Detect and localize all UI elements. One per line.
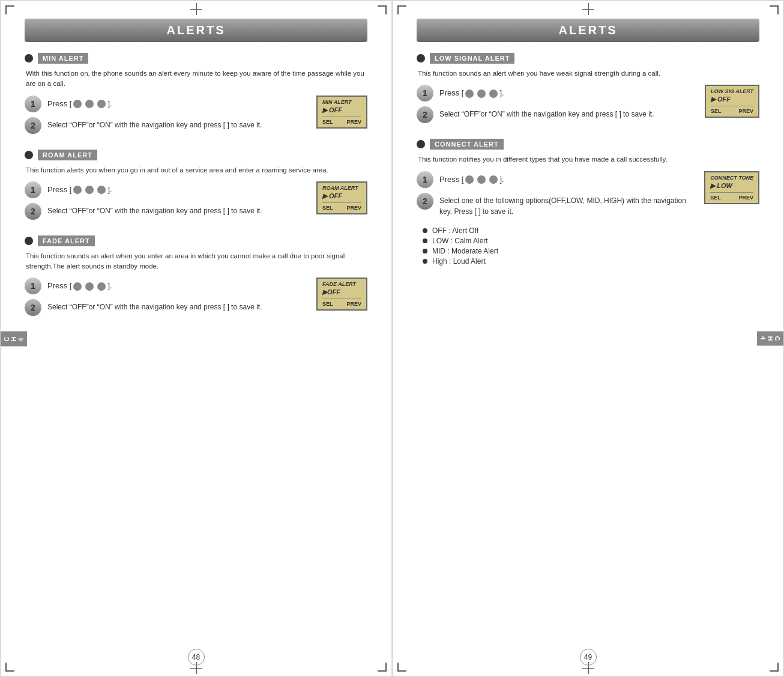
low-signal-step2-circle: 2 [417,106,433,123]
page-number-left: 48 [188,649,205,666]
svg-point-8 [97,282,106,291]
fade-alert-lcd-prev: PREV [346,301,361,307]
connect-bullet-dot-4 [423,259,427,264]
fade-alert-step2-circle: 2 [25,299,41,316]
roam-alert-lcd: ROAM ALERT ▶ OFF SEL PREV [316,181,367,214]
low-signal-lcd-prev: PREV [738,108,753,114]
low-signal-step1: 1 Press []. [417,85,699,102]
connect-alert-lcd-title: CONNECT TONE [710,175,753,181]
page-number-right: 49 [580,649,597,666]
svg-point-4 [85,186,94,194]
connect-alert-step2-text: Select one of the following options(OFF,… [439,193,698,217]
connect-alert-bullets: OFF : Alert Off LOW : Calm Alert MID : M… [417,226,759,266]
connect-alert-title-bar: CONNECT ALERT [417,139,759,150]
roam-alert-step1: 1 Press []. [25,181,310,198]
min-alert-lcd-sel: SEL [322,119,333,125]
connect-alert-lcd-sel: SEL [710,195,721,201]
corner-tl [5,5,14,14]
connect-alert-step1-text: Press []. [439,171,698,186]
roam-alert-lcd-sel: SEL [322,205,333,211]
roam-alert-description: This function alerts you when you go in … [25,165,367,175]
min-alert-step1-row: 1 Press []. 2 Select “OFF”or “ON” with t… [25,96,367,139]
fade-alert-lcd-sel: SEL [322,301,333,307]
roam-alert-step2-circle: 2 [25,203,41,220]
roam-alert-step2: 2 Select “OFF”or “ON” with the navigatio… [25,203,310,220]
fade-alert-lcd-buttons: SEL PREV [322,299,361,307]
roam-alert-lcd-value: ▶ OFF [322,192,361,200]
min-alert-step2-text: Select “OFF”or “ON” with the navigation … [47,117,310,130]
min-alert-step1-text: Press []. [47,96,310,110]
corner-tr [378,5,387,14]
min-alert-lcd-title: MIN ALERT [322,99,361,105]
connect-bullet-1: OFF : Alert Off [423,226,759,235]
page-left: CH4 ALERTS MIN ALERT With this function … [0,0,392,677]
corner-br-right [770,663,779,672]
min-alert-section: MIN ALERT With this function on, the pho… [25,53,367,139]
low-signal-step1-circle: 1 [417,85,433,102]
connect-alert-step1-row: 1 Press []. 2 Select one of the followin… [417,171,759,222]
roam-alert-lcd-title: ROAM ALERT [322,185,361,191]
min-alert-step2-circle: 2 [25,117,41,134]
low-signal-alert-title: LOW SIGNAL ALERT [430,53,514,64]
corner-br [378,663,387,672]
connect-alert-lcd-prev: PREV [738,195,753,201]
page-right: CH4 ALERTS LOW SIGNAL ALERT This functio… [392,0,784,677]
min-alert-dot [25,54,33,62]
min-alert-lcd-buttons: SEL PREV [322,117,361,125]
low-signal-alert-section: LOW SIGNAL ALERT This function sounds an… [417,53,759,128]
low-signal-lcd: LOW SIG ALERT ▶ OFF SEL PREV [705,85,759,118]
fade-alert-step1: 1 Press []. [25,278,310,294]
min-alert-title-bar: MIN ALERT [25,53,367,64]
left-page-header: ALERTS [25,19,367,42]
fade-alert-step1-circle: 1 [25,278,41,294]
ch4-tab-right: CH4 [757,331,783,346]
fade-alert-section: FADE ALERT This function sounds an alert… [25,235,367,321]
connect-alert-lcd-buttons: SEL PREV [710,192,753,201]
fade-alert-step2: 2 Select “OFF”or “ON” with the navigatio… [25,299,310,316]
corner-tl-right [397,5,406,14]
fade-alert-description: This function sounds an alert when you e… [25,251,367,272]
right-page-header: ALERTS [417,19,759,42]
crosshair-top-left [190,3,202,15]
fade-alert-step1-row: 1 Press []. 2 Select “OFF”or “ON” with t… [25,278,367,321]
svg-point-2 [97,100,106,108]
ch4-tab-left: CH4 [1,331,27,346]
fade-alert-title-bar: FADE ALERT [25,235,367,246]
fade-alert-lcd-value: ▶OFF [322,288,361,296]
roam-alert-step1-text: Press []. [47,181,310,196]
svg-point-11 [489,90,498,98]
connect-alert-lcd-value: ▶ LOW [710,182,753,190]
roam-alert-title: ROAM ALERT [38,150,97,160]
min-alert-title: MIN ALERT [38,53,88,64]
low-signal-lcd-value: ▶ OFF [711,96,753,103]
connect-bullet-dot-1 [423,228,427,233]
connect-alert-lcd: CONNECT TONE ▶ LOW SEL PREV [704,171,759,204]
connect-alert-step1: 1 Press []. [417,171,698,188]
min-alert-description: With this function on, the phone sounds … [25,68,367,90]
low-signal-alert-dot [417,54,425,62]
fade-alert-lcd-title: FADE ALERT [322,281,361,287]
svg-point-7 [85,282,94,291]
min-alert-step1-circle: 1 [25,96,41,112]
connect-bullet-dot-2 [423,238,427,243]
roam-alert-section: ROAM ALERT This function alerts you when… [25,150,367,225]
connect-alert-title: CONNECT ALERT [430,139,504,150]
connect-alert-section: CONNECT ALERT This function notifies you… [417,139,759,265]
fade-alert-title: FADE ALERT [38,235,95,246]
connect-bullet-2: LOW : Calm Alert [423,237,759,245]
roam-alert-step1-circle: 1 [25,181,41,198]
connect-alert-description: This function notifies you in different … [417,154,759,165]
min-alert-lcd-value: ▶ OFF [322,106,361,114]
low-signal-step1-row: 1 Press []. 2 Select “OFF”or “ON” with t… [417,85,759,128]
corner-bl [5,663,14,672]
connect-bullet-dot-3 [423,249,427,253]
corner-bl-right [397,663,406,672]
fade-alert-lcd: FADE ALERT ▶OFF SEL PREV [316,278,367,311]
roam-alert-lcd-prev: PREV [346,205,361,211]
roam-alert-step1-row: 1 Press []. 2 Select “OFF”or “ON” with t… [25,181,367,225]
low-signal-lcd-buttons: SEL PREV [711,106,753,114]
low-signal-lcd-sel: SEL [711,108,722,114]
svg-point-13 [477,175,486,184]
min-alert-step2: 2 Select “OFF”or “ON” with the navigatio… [25,117,310,134]
roam-alert-lcd-buttons: SEL PREV [322,202,361,211]
